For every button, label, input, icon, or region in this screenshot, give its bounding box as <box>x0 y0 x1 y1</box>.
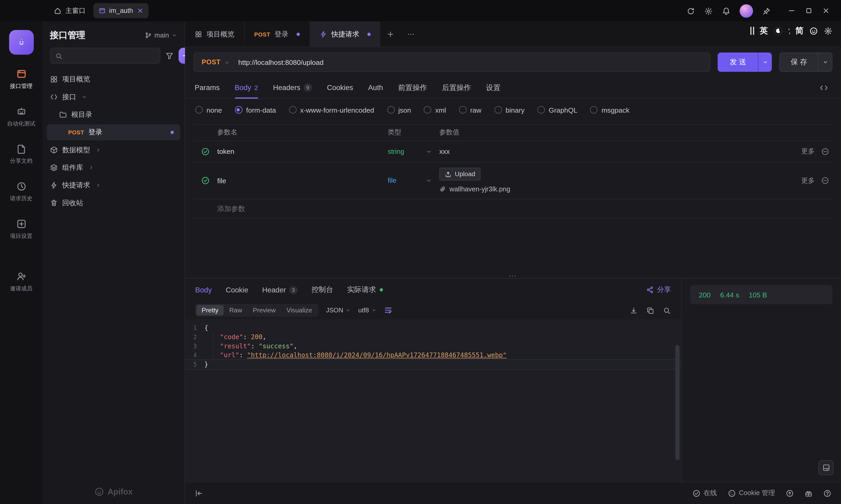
request-tab-Auth[interactable]: Auth <box>368 77 383 98</box>
ime-handle-icon[interactable] <box>750 27 754 35</box>
maximize-button[interactable] <box>800 0 817 21</box>
param-enabled-checkbox[interactable] <box>194 176 217 185</box>
minimize-button[interactable] <box>783 0 800 21</box>
search-response-icon[interactable] <box>663 305 671 315</box>
bodytype-raw[interactable]: raw <box>459 106 481 114</box>
send-button[interactable]: 发 送 <box>718 53 772 72</box>
upload-button[interactable]: Upload <box>439 168 480 181</box>
bodytype-msgpack[interactable]: msgpack <box>590 106 630 114</box>
ime-settings-gear-icon[interactable] <box>824 26 833 36</box>
refresh-icon[interactable] <box>686 6 695 16</box>
doc-tab-1[interactable]: POST登录 <box>245 21 310 47</box>
search-input[interactable] <box>67 51 155 60</box>
attachment[interactable]: wallhaven-yjr3lk.png <box>439 185 510 194</box>
doc-tab-0[interactable]: 项目概览 <box>185 21 245 47</box>
search-box[interactable] <box>50 48 160 64</box>
param-enabled-checkbox[interactable] <box>194 147 217 156</box>
moon-icon[interactable] <box>774 26 783 36</box>
param-type-select[interactable]: string <box>388 147 440 156</box>
method-select[interactable]: POST <box>194 57 237 67</box>
bodytype-binary[interactable]: binary <box>494 106 525 114</box>
apifox-logo[interactable] <box>9 30 34 55</box>
gift-button[interactable] <box>805 489 813 498</box>
save-button[interactable]: 保 存 <box>779 53 833 72</box>
param-value[interactable]: xxx <box>439 147 450 156</box>
view-mode-Visualize[interactable]: Visualize <box>281 305 317 316</box>
tree-item-4[interactable]: 数据模型 <box>47 142 180 158</box>
response-tab-Body[interactable]: Body <box>195 286 212 294</box>
layout-toggle-button[interactable] <box>819 460 834 475</box>
tree-item-6[interactable]: 快捷请求 <box>47 177 180 194</box>
panel-splitter[interactable]: … <box>185 270 841 278</box>
view-mode-Preview[interactable]: Preview <box>247 305 281 316</box>
request-tab-后置操作[interactable]: 后置操作 <box>442 77 471 98</box>
avatar[interactable] <box>740 4 753 17</box>
tree-item-0[interactable]: 项目概览 <box>47 71 180 87</box>
filter-button[interactable] <box>165 51 174 60</box>
rail-item-history[interactable]: 请求历史 <box>0 181 42 203</box>
param-name[interactable]: token <box>217 147 388 156</box>
param-name[interactable]: file <box>217 176 388 184</box>
request-tab-Params[interactable]: Params <box>195 77 220 98</box>
request-tab-Headers[interactable]: Headers9 <box>273 77 312 98</box>
branch-selector[interactable]: main <box>145 31 177 40</box>
help-button[interactable] <box>823 489 831 498</box>
rail-item-share[interactable]: 分享文档 <box>0 144 42 165</box>
editor-scrollbar[interactable] <box>675 345 680 460</box>
word-wrap-icon[interactable] <box>384 306 393 314</box>
bodytype-GraphQL[interactable]: GraphQL <box>537 106 578 114</box>
bodytype-form-data[interactable]: form-data <box>235 106 276 114</box>
collapse-sidebar-icon[interactable] <box>195 489 203 498</box>
response-tab-控制台[interactable]: 控制台 <box>311 285 333 295</box>
rail-item-settings[interactable]: 项目设置 <box>0 219 42 240</box>
bodytype-none[interactable]: none <box>195 106 222 114</box>
emoji-icon[interactable] <box>809 26 818 36</box>
view-mode-Raw[interactable]: Raw <box>224 305 247 316</box>
rail-item-invite[interactable]: 邀请成员 <box>0 271 42 293</box>
remove-row-button[interactable] <box>821 147 829 156</box>
request-tab-Cookies[interactable]: Cookies <box>327 77 353 98</box>
add-param-row[interactable]: 添加参数 <box>194 199 833 218</box>
tree-item-5[interactable]: 组件库 <box>47 160 180 176</box>
document-tab-im-auth[interactable]: im_auth <box>93 3 149 18</box>
response-editor[interactable]: 1{2 "code": 200,3 "result": "success",4 … <box>185 319 681 482</box>
param-type-select[interactable]: file <box>388 176 440 185</box>
ime-language-toggle[interactable]: 英 <box>760 26 768 36</box>
online-status[interactable]: 在线 <box>692 488 717 498</box>
request-tab-Body[interactable]: Body2 <box>235 77 258 98</box>
save-options-chevron-icon[interactable] <box>818 53 832 71</box>
url-input[interactable] <box>237 57 710 67</box>
pin-icon[interactable] <box>762 6 771 16</box>
more-button[interactable]: 更多 <box>801 176 815 185</box>
bodytype-json[interactable]: json <box>387 106 411 114</box>
share-button[interactable]: 分享 <box>646 285 671 295</box>
format-select[interactable]: JSON <box>326 306 351 314</box>
more-tabs-button[interactable] <box>400 21 421 47</box>
doc-tab-2[interactable]: 快捷请求 <box>310 21 380 47</box>
settings-gear-icon[interactable] <box>704 6 713 16</box>
punctuation-icon[interactable]: ’, <box>788 27 789 35</box>
request-tab-前置操作[interactable]: 前置操作 <box>398 77 427 98</box>
tree-item-2[interactable]: 根目录 <box>47 107 180 123</box>
response-tab-实际请求[interactable]: 实际请求 <box>347 285 383 295</box>
rail-item-api[interactable]: 接口管理 <box>0 69 42 90</box>
rail-item-test[interactable]: 自动化测试 <box>0 106 42 128</box>
generate-code-icon[interactable] <box>816 83 831 92</box>
copy-icon[interactable] <box>646 305 654 315</box>
request-tab-设置[interactable]: 设置 <box>486 77 500 98</box>
ime-simplified-toggle[interactable]: 简 <box>795 26 804 36</box>
remove-row-button[interactable] <box>821 176 829 185</box>
tree-item-7[interactable]: 回收站 <box>47 195 180 211</box>
update-button[interactable] <box>786 489 794 498</box>
more-button[interactable]: 更多 <box>801 147 815 156</box>
encoding-select[interactable]: utf8 <box>358 306 376 314</box>
close-tab-icon[interactable] <box>137 6 143 15</box>
download-icon[interactable] <box>630 305 638 315</box>
bodytype-xml[interactable]: xml <box>424 106 446 114</box>
cookie-manager[interactable]: Cookie 管理 <box>728 488 775 498</box>
new-tab-button[interactable] <box>380 21 401 47</box>
tree-item-1[interactable]: 接口 <box>47 89 180 105</box>
notifications-bell-icon[interactable] <box>722 6 731 16</box>
main-window-button[interactable]: 主窗口 <box>54 6 85 15</box>
response-tab-Cookie[interactable]: Cookie <box>226 286 248 294</box>
